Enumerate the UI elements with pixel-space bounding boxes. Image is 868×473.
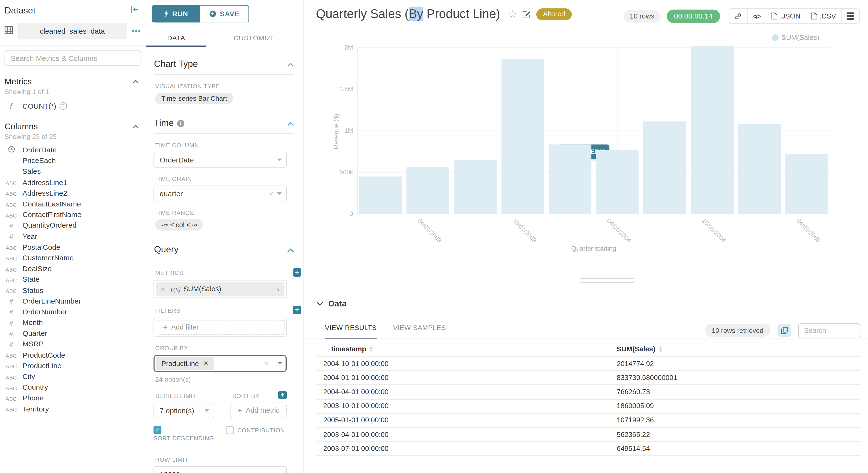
group-by-chip[interactable]: ProductLine✕ [156,357,213,370]
column-item-AddressLine2[interactable]: ABCAddressLine2 [0,188,146,198]
clear-icon[interactable]: × [264,359,269,368]
control-panel: RUN SAVE DATA CUSTOMIZE Chart Type VISUA… [146,0,304,473]
time-column-select[interactable]: OrderDate [154,152,287,168]
chevron-right-icon[interactable]: › [272,285,284,293]
copy-icon [780,327,788,334]
column-item-City[interactable]: ABCCity [0,371,146,382]
chevron-down-icon[interactable] [316,298,323,308]
tab-view-samples[interactable]: VIEW SAMPLES [393,324,446,339]
contribution-control[interactable]: CONTRIBUTION [226,426,287,442]
column-item-ContactFirstName[interactable]: ABCContactFirstName [0,209,146,220]
export-csv-button[interactable]: .CSV [806,9,842,23]
column-item-label: ContactFirstName [23,210,82,219]
column-header-sum-sales[interactable]: SUM(Sales) [610,345,860,353]
column-item-Sales[interactable]: Sales [0,166,146,177]
legend[interactable]: SUM(Sales) [772,34,819,41]
chevron-up-icon[interactable] [287,118,294,128]
column-item-Year[interactable]: #Year [0,231,146,242]
group-by-select[interactable]: ProductLine✕ × [154,355,287,372]
column-item-Territory[interactable]: ABCTerritory [0,404,146,414]
column-item-Month[interactable]: #Month [0,317,146,328]
copy-button[interactable] [777,324,791,337]
bar-2004-04-01[interactable] [596,150,639,214]
column-item-CustomerName[interactable]: ABCCustomerName [0,252,146,263]
embed-code-button[interactable]: </> [747,9,766,23]
metric-chip[interactable]: × ƒ(x) SUM(Sales) › [156,282,284,296]
bar-2005-01-01[interactable] [738,125,781,214]
column-item-OrderDate[interactable]: OrderDate [0,145,146,155]
favorite-star-icon[interactable]: ☆ [508,8,517,20]
remove-icon[interactable]: ✕ [203,360,209,367]
metric-item[interactable]: ƒ COUNT(*) ? [5,101,146,111]
clear-icon[interactable]: × [269,470,273,473]
column-item-ContactLastName[interactable]: ABCContactLastName [0,198,146,209]
column-item-AddressLine1[interactable]: ABCAddressLine1 [0,177,146,188]
checkbox-unchecked-icon[interactable] [226,426,234,434]
series-limit-select[interactable]: 7 option(s) [154,403,214,418]
column-item-OrderLineNumber[interactable]: #OrderLineNumber [0,296,146,307]
chevron-up-icon[interactable] [287,245,294,255]
bar-2005-04-01[interactable] [785,154,828,214]
data-panel: Data VIEW RESULTS VIEW SAMPLES 10 rows r… [304,291,868,473]
panel-resize-handle[interactable] [580,278,634,283]
page-title[interactable]: Quarterly Sales (By Product Line) [316,7,500,21]
menu-button[interactable] [842,9,859,23]
row-limit-select[interactable]: 10000 × [154,466,287,473]
chart-canvas[interactable]: SUM(Sales) Revenue ($) Quarter starting … [304,27,868,279]
column-item-PostalCode[interactable]: ABCPostalCode [0,242,146,252]
column-item-ProductCode[interactable]: ABCProductCode [0,349,146,360]
column-item-Quarter[interactable]: #Quarter [0,328,146,339]
add-filter-dropzone[interactable]: +Add filter [156,320,284,335]
sort-descending-control[interactable]: ✓ SORT DESCENDING [154,426,220,442]
bar-2003-01-01[interactable] [359,177,402,214]
bar-2004-01-01[interactable] [549,144,591,214]
checkbox-checked-icon[interactable]: ✓ [154,426,161,434]
chevron-up-icon[interactable] [287,59,294,69]
bar-2004-07-01[interactable] [643,121,686,214]
tab-view-results[interactable]: VIEW RESULTS [325,324,377,339]
column-item-DealSize[interactable]: ABCDealSize [0,263,146,274]
copy-link-button[interactable] [729,9,747,23]
column-item-State[interactable]: ABCState [0,274,146,285]
bar-2003-10-01[interactable] [501,59,544,214]
dataset-more-icon[interactable]: ••• [132,27,141,35]
remove-icon[interactable]: × [161,285,165,293]
viz-type-pill[interactable]: Time-series Bar Chart [155,93,233,104]
dataset-name[interactable]: cleaned_sales_data [18,23,127,39]
add-sort-metric-button[interactable]: + [278,391,287,399]
save-button[interactable]: SAVE [200,5,249,23]
abc-type-icon: ABC [5,396,17,402]
add-metric-button[interactable]: + [293,268,301,277]
column-item-Phone[interactable]: ABCPhone [0,393,146,404]
column-item-Status[interactable]: ABCStatus [0,285,146,296]
chevron-up-icon[interactable] [133,76,139,86]
clear-icon[interactable]: × [269,189,273,197]
y-axis-tick-label: 2M [319,44,353,51]
column-item-PriceEach[interactable]: PriceEach [0,155,146,166]
run-button[interactable]: RUN [152,5,200,23]
column-item-MSRP[interactable]: #MSRP [0,339,146,349]
column-header-timestamp[interactable]: __timestamp [316,345,610,353]
chevron-up-icon[interactable] [133,121,139,131]
edit-icon[interactable] [522,10,531,18]
column-item-ProductLine[interactable]: ABCProductLine [0,360,146,371]
add-filter-button[interactable]: + [293,306,301,314]
column-item-OrderNumber[interactable]: #OrderNumber [0,307,146,317]
search-metrics-columns-input[interactable] [5,50,141,66]
bar-2004-10-01[interactable] [691,46,734,214]
time-grain-select[interactable]: quarter × [154,186,287,201]
table-search-input[interactable] [798,323,860,337]
column-item-QuantityOrdered[interactable]: #QuantityOrdered [0,220,146,231]
time-range-pill[interactable]: -∞ ≤ col < ∞ [155,219,203,230]
bar-2003-04-01[interactable] [407,167,450,214]
collapse-panel-icon[interactable] [130,5,139,15]
tab-customize[interactable]: CUSTOMIZE [207,29,303,47]
tab-data[interactable]: DATA [146,29,206,47]
y-axis-tick-label: 1M [319,127,353,134]
export-json-button[interactable]: .JSON [766,9,806,23]
column-item-Country[interactable]: ABCCountry [0,382,146,393]
number-type-icon: # [9,222,13,230]
bar-2003-07-01[interactable] [454,160,497,214]
sort-by-dropzone[interactable]: +Add metric [230,403,287,418]
chevron-down-icon [205,409,209,412]
